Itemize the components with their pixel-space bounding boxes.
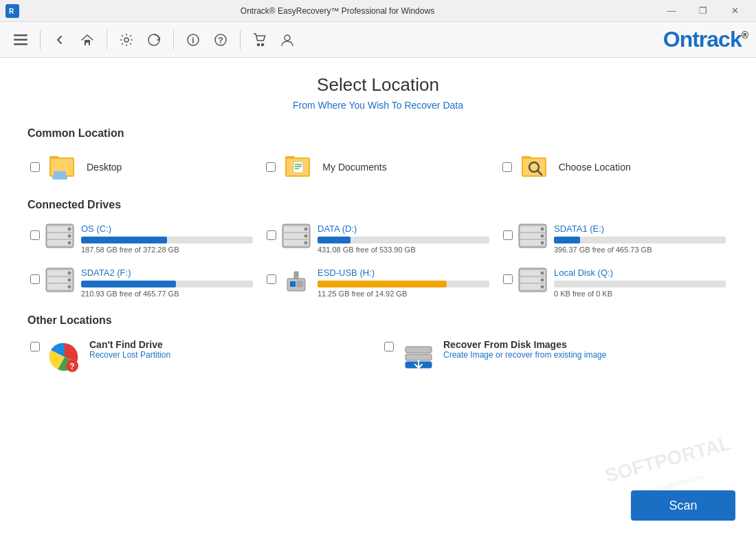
minimize-button[interactable]: — — [656, 0, 687, 22]
drive-sdata2-f-name: SDATA2 (F:) — [81, 268, 253, 278]
close-button[interactable]: ✕ — [719, 0, 751, 22]
my-documents-icon — [282, 152, 315, 182]
drive-data-d-fill — [318, 237, 351, 243]
drive-sdata2-f-fill — [81, 281, 176, 287]
drive-data-d-info: DATA (D:) 431.08 GB free of 533.90 GB — [318, 224, 489, 254]
cant-find-desc: Recover Lost Partition — [89, 350, 170, 360]
drive-os-c-fill — [81, 237, 167, 243]
divider-4 — [240, 30, 241, 50]
drive-os-c-info: OS (C:) 187.58 GB free of 372.28 GB — [81, 224, 253, 254]
hdd-icon-os-c — [45, 224, 76, 254]
hdd-icon-sdata1-e — [518, 224, 548, 254]
desktop-icon — [47, 152, 80, 182]
drive-os-c[interactable]: OS (C:) 187.58 GB free of 372.28 GB — [27, 221, 256, 257]
drive-esd-usb-h[interactable]: ESD-USB (H:) 11.25 GB free of 14.92 GB — [264, 265, 492, 301]
drive-local-q-size: 0 KB free of 0 KB — [554, 290, 726, 298]
drive-esd-usb-h-info: ESD-USB (H:) 11.25 GB free of 14.92 GB — [318, 268, 489, 298]
drive-sdata2-f[interactable]: SDATA2 (F:) 210.93 GB free of 465.77 GB — [27, 265, 256, 301]
svg-point-37 — [68, 228, 71, 231]
brand-logo: Ontrack® — [663, 27, 748, 52]
svg-rect-3 — [14, 39, 27, 41]
common-location-section: Common Location — [27, 127, 729, 140]
my-documents-checkbox[interactable] — [266, 162, 276, 172]
svg-point-70 — [541, 272, 544, 275]
desktop-label: Desktop — [87, 162, 122, 173]
drive-sdata1-e-name: SDATA1 (E:) — [554, 224, 726, 234]
help-button[interactable]: ? — [208, 28, 233, 52]
main-content: Select Location From Where You Wish To R… — [0, 58, 756, 533]
drive-data-d-checkbox[interactable] — [267, 230, 276, 240]
svg-rect-2 — [14, 34, 27, 36]
other-locations-section: Other Locations — [27, 314, 729, 327]
drive-sdata2-f-info: SDATA2 (F:) 210.93 GB free of 465.77 GB — [81, 268, 253, 298]
drive-data-d[interactable]: DATA (D:) 431.08 GB free of 533.90 GB — [264, 221, 492, 257]
svg-point-51 — [541, 228, 544, 231]
scan-button[interactable]: Scan — [631, 490, 735, 521]
restore-button[interactable]: ❐ — [687, 0, 719, 22]
cant-find-checkbox[interactable] — [30, 342, 40, 351]
svg-point-52 — [541, 235, 544, 238]
cant-find-icon: ? — [47, 339, 82, 375]
svg-point-39 — [68, 241, 71, 245]
choose-location-label: Choose Location — [559, 162, 631, 173]
svg-text:?: ? — [69, 362, 74, 371]
drive-sdata2-f-checkbox[interactable] — [30, 274, 40, 284]
svg-point-15 — [285, 35, 290, 41]
svg-point-58 — [68, 272, 71, 275]
cart-button[interactable] — [247, 28, 272, 52]
drive-local-q-checkbox[interactable] — [503, 274, 513, 284]
other-cant-find[interactable]: ? Can't Find Drive Recover Lost Partitio… — [27, 336, 375, 378]
choose-location-icon — [519, 152, 552, 182]
divider-2 — [107, 30, 107, 50]
menu-button[interactable] — [8, 28, 33, 52]
connected-drives-section: Connected Drives — [27, 199, 729, 211]
hdd-icon-data-d — [282, 224, 312, 254]
toolbar: i ? Ontrack® — [0, 22, 756, 58]
cant-find-name: Can't Find Drive — [89, 339, 170, 350]
svg-rect-6 — [86, 43, 89, 45]
hdd-icon-local-q — [518, 268, 548, 298]
resume-button[interactable] — [142, 28, 166, 52]
settings-button[interactable] — [114, 28, 139, 52]
svg-point-71 — [541, 279, 544, 282]
account-button[interactable] — [275, 28, 300, 52]
drive-esd-usb-h-name: ESD-USB (H:) — [318, 268, 489, 278]
back-button[interactable] — [47, 28, 72, 52]
home-button[interactable] — [75, 28, 100, 52]
disk-image-checkbox[interactable] — [384, 342, 394, 351]
drive-esd-usb-h-checkbox[interactable] — [267, 274, 276, 284]
location-item-choose-location[interactable]: Choose Location — [500, 149, 729, 185]
svg-rect-30 — [523, 159, 545, 175]
choose-location-checkbox[interactable] — [502, 162, 512, 172]
drive-local-q-name: Local Disk (Q:) — [554, 268, 726, 278]
svg-point-13 — [258, 43, 260, 45]
drive-sdata1-e-checkbox[interactable] — [503, 230, 513, 240]
drive-os-c-checkbox[interactable] — [30, 230, 40, 240]
svg-point-46 — [304, 241, 308, 245]
desktop-checkbox[interactable] — [30, 162, 40, 172]
divider-1 — [40, 30, 41, 50]
divider-3 — [173, 30, 174, 50]
disk-image-icon — [401, 339, 436, 375]
other-disk-image[interactable]: Recover From Disk Images Create Image or… — [381, 336, 729, 378]
svg-rect-24 — [293, 162, 303, 173]
drive-sdata1-e[interactable]: SDATA1 (E:) 396.37 GB free of 465.73 GB — [500, 221, 729, 257]
location-item-desktop[interactable]: Desktop — [27, 149, 256, 185]
drive-os-c-name: OS (C:) — [81, 224, 253, 234]
drive-sdata2-f-size: 210.93 GB free of 465.77 GB — [81, 290, 253, 298]
drive-sdata1-e-size: 396.37 GB free of 465.73 GB — [554, 246, 726, 254]
svg-rect-20 — [52, 177, 67, 180]
window-title: Ontrack® EasyRecovery™ Professional for … — [19, 6, 656, 16]
svg-point-14 — [262, 43, 264, 45]
info-button[interactable]: i — [181, 28, 205, 52]
svg-rect-65 — [297, 281, 302, 287]
drive-local-q-info: Local Disk (Q:) 0 KB free of 0 KB — [554, 268, 726, 298]
svg-point-38 — [68, 235, 71, 238]
window-controls: — ❐ ✕ — [656, 0, 751, 22]
cant-find-info: Can't Find Drive Recover Lost Partition — [89, 339, 170, 360]
drive-local-q[interactable]: Local Disk (Q:) 0 KB free of 0 KB — [500, 265, 729, 301]
svg-text:R: R — [9, 8, 14, 15]
svg-text:i: i — [192, 36, 194, 45]
location-item-my-documents[interactable]: My Documents — [263, 149, 492, 185]
hdd-icon-sdata2-f — [45, 268, 76, 298]
